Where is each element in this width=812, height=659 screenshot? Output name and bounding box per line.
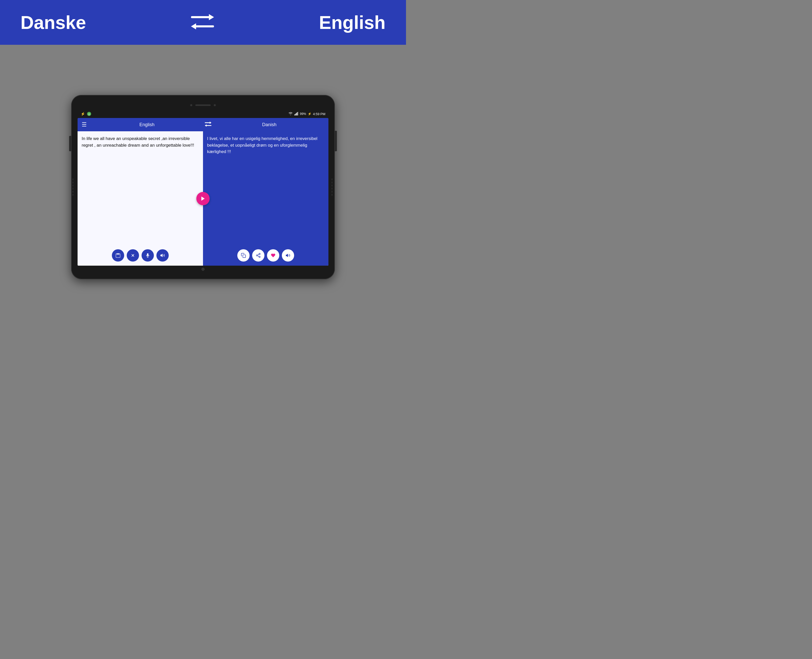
toolbar-source-lang[interactable]: English [92,122,202,128]
top-header: Danske English [0,0,406,45]
battery-percent: 99% [300,112,306,116]
svg-marker-1 [209,14,214,20]
input-actions [82,247,199,262]
camera-area [77,102,328,108]
header-target-lang[interactable]: English [319,12,386,33]
camera-lens [214,104,216,106]
time-display: 4:59 PM [313,112,325,116]
speaker-grille [196,104,211,106]
home-button[interactable] [202,268,205,271]
svg-marker-20 [161,254,162,257]
home-button-area [77,266,328,273]
svg-marker-12 [205,125,207,127]
svg-rect-6 [296,113,297,115]
svg-rect-5 [295,114,296,115]
svg-line-27 [257,254,259,255]
translation-area: In life we all have an unspeakable secre… [77,131,328,266]
app-toolbar: ☰ English Danish [77,118,328,131]
status-right-icons: 99% ⚡ 4:59 PM [288,112,325,116]
hamburger-menu-icon[interactable]: ☰ [82,121,87,128]
toolbar-target-lang[interactable]: Danish [214,122,324,128]
clear-button[interactable] [127,249,139,262]
wifi-icon [288,112,293,116]
output-actions [207,247,324,262]
copy-button[interactable] [237,249,249,262]
svg-marker-21 [202,196,205,201]
toolbar-swap-icon[interactable] [205,121,212,128]
output-text: I livet, vi alle har en usigelig hemmeli… [207,136,324,247]
share-button[interactable] [252,249,265,262]
svg-marker-10 [210,121,211,124]
favorite-button[interactable] [267,249,279,262]
app-screen: ☰ English Danish In life we all have an … [77,118,328,266]
svg-line-26 [257,256,259,257]
input-text[interactable]: In life we all have an unspeakable secre… [82,136,199,247]
svg-rect-8 [298,112,298,115]
right-speaker [331,172,334,202]
svg-rect-22 [243,255,246,258]
notification-icon: ◎ [87,112,91,116]
svg-rect-0 [191,16,210,18]
svg-rect-4 [294,114,295,115]
tablet-device: ⚡ ◎ [71,95,335,279]
charging-icon: ⚡ [308,112,312,116]
svg-point-24 [257,255,258,256]
camera-dot [190,104,192,106]
device-area: ⚡ ◎ [71,45,335,330]
svg-point-23 [259,253,260,255]
status-left-icons: ⚡ ◎ [80,112,91,116]
svg-rect-9 [205,122,210,123]
output-panel: I livet, vi alle har en usigelig hemmeli… [203,131,328,266]
svg-rect-11 [207,125,211,126]
svg-rect-7 [297,112,298,115]
translate-button[interactable] [196,192,210,205]
clipboard-button[interactable] [112,249,124,262]
header-swap-icon[interactable] [190,14,215,32]
input-speaker-button[interactable] [156,249,169,262]
output-speaker-button[interactable] [282,249,294,262]
header-source-lang[interactable]: Danske [20,12,86,33]
svg-marker-28 [286,254,288,257]
status-bar: ⚡ ◎ [77,110,328,118]
svg-rect-17 [147,254,148,256]
microphone-button[interactable] [142,249,154,262]
left-speaker [73,172,74,202]
svg-point-25 [259,256,260,257]
svg-marker-3 [191,23,196,30]
input-panel: In life we all have an unspeakable secre… [77,131,203,266]
usb-icon: ⚡ [80,112,85,116]
svg-rect-2 [195,25,214,27]
signal-icon [294,112,298,116]
